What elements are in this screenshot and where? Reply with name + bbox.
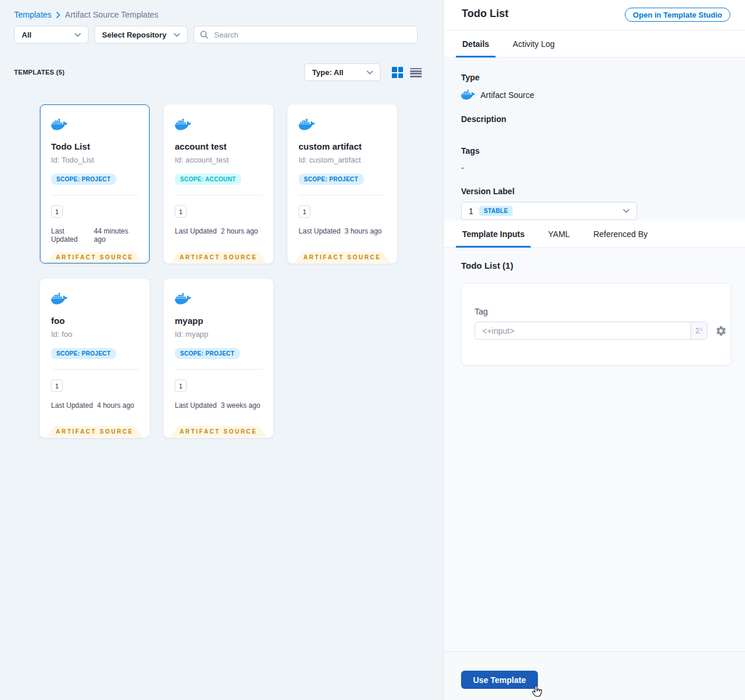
tags-value: - xyxy=(461,163,727,173)
chevron-down-icon xyxy=(74,33,81,37)
scope-filter-select[interactable]: All xyxy=(14,26,89,43)
panel-title: Todo List xyxy=(462,8,509,20)
version-label-select[interactable]: 1 STABLE xyxy=(461,202,637,220)
templates-list-panel: Templates Artifact Source Templates All … xyxy=(0,0,443,700)
search-input[interactable] xyxy=(213,30,411,40)
card-id: Id: foo xyxy=(51,330,138,339)
tab-activity-log[interactable]: Activity Log xyxy=(506,31,561,57)
last-updated: Last Updated 3 hours ago xyxy=(299,227,386,235)
card-id: Id: Todo_List xyxy=(51,155,138,164)
last-updated: Last Updated 3 weeks ago xyxy=(175,401,262,410)
type-value: Artifact Source xyxy=(480,90,534,100)
repository-filter-select[interactable]: Select Repository xyxy=(94,26,188,43)
artifact-source-ribbon: ARTIFACT SOURCE xyxy=(47,252,143,263)
version-label: Version Label xyxy=(461,187,727,196)
card-title: Todo List xyxy=(51,141,138,151)
breadcrumb-current: Artifact Source Templates xyxy=(65,10,158,19)
template-card-myapp[interactable]: myapp Id: myapp SCOPE: PROJECT 1 Last Up… xyxy=(164,279,273,438)
list-view-button[interactable] xyxy=(410,67,422,78)
open-in-template-studio-button[interactable]: Open in Template Studio xyxy=(625,8,730,22)
tag-label: Tag xyxy=(475,307,731,316)
type-filter-select[interactable]: Type: All xyxy=(304,63,381,81)
breadcrumb-templates-link[interactable]: Templates xyxy=(14,10,52,19)
scope-badge: SCOPE: PROJECT xyxy=(175,348,240,359)
card-id: Id: account_test xyxy=(175,155,262,164)
artifact-source-ribbon: ARTIFACT SOURCE xyxy=(171,426,267,437)
card-id: Id: myapp xyxy=(175,330,262,339)
template-card-custom-artifact[interactable]: custom artifact Id: custom_artifact SCOP… xyxy=(287,104,397,263)
tab-details[interactable]: Details xyxy=(456,31,496,57)
template-card-foo[interactable]: foo Id: foo SCOPE: PROJECT 1 Last Update… xyxy=(40,279,150,438)
chevron-down-icon xyxy=(623,209,629,213)
version-count-badge: 1 xyxy=(51,205,63,218)
docker-icon xyxy=(299,118,315,131)
template-card-todo-list[interactable]: Todo List Id: Todo_List SCOPE: PROJECT 1… xyxy=(40,104,150,263)
divider xyxy=(51,195,138,195)
version-count-badge: 1 xyxy=(175,380,187,392)
description-label: Description xyxy=(461,114,727,124)
panel-header: Todo List Open in Template Studio xyxy=(443,0,745,31)
template-card-account-test[interactable]: account test Id: account_test SCOPE: ACC… xyxy=(164,104,273,263)
details-section: Type Artifact Source Description Tags - … xyxy=(443,58,745,221)
divider xyxy=(175,195,262,195)
templates-count-label: TEMPLATES (5) xyxy=(14,69,65,76)
tab-template-inputs[interactable]: Template Inputs xyxy=(456,221,531,247)
docker-icon xyxy=(175,118,191,131)
divider xyxy=(175,369,262,370)
tag-input[interactable] xyxy=(475,322,690,339)
chevron-right-icon xyxy=(56,12,60,18)
use-template-button[interactable]: Use Template xyxy=(461,671,538,689)
gear-icon[interactable] xyxy=(715,325,727,337)
type-label: Type xyxy=(461,73,727,82)
search-icon xyxy=(200,31,208,39)
docker-icon xyxy=(51,292,67,305)
version-count-badge: 1 xyxy=(299,205,310,218)
inputs-heading: Todo List (1) xyxy=(461,261,731,270)
card-title: myapp xyxy=(175,316,262,326)
card-title: foo xyxy=(51,316,138,326)
scope-badge: SCOPE: PROJECT xyxy=(299,174,364,185)
tab-yaml[interactable]: YAML xyxy=(541,221,576,247)
template-inputs-section: Todo List (1) Tag Σx xyxy=(443,248,745,651)
details-tabs: Details Activity Log xyxy=(443,31,745,58)
type-value-row: Artifact Source xyxy=(461,89,727,100)
last-updated: Last Updated 4 hours ago xyxy=(51,401,138,410)
tag-row: Σx xyxy=(475,322,731,340)
version-count-badge: 1 xyxy=(175,205,187,218)
grid-view-icon xyxy=(392,67,403,78)
artifact-source-ribbon: ARTIFACT SOURCE xyxy=(47,426,143,437)
docker-icon xyxy=(461,89,475,100)
inputs-card: Tag Σx xyxy=(461,283,732,366)
tag-input-group: Σx xyxy=(475,322,707,340)
last-updated: Last Updated 44 minutes ago xyxy=(51,227,138,244)
scope-badge: SCOPE: PROJECT xyxy=(51,174,116,185)
template-details-panel: Todo List Open in Template Studio Detail… xyxy=(443,0,745,700)
search-box[interactable] xyxy=(194,26,418,43)
expression-sigma-button[interactable]: Σx xyxy=(690,322,707,339)
card-title: account test xyxy=(175,141,262,151)
sigma-icon: Σ xyxy=(695,326,700,335)
list-view-icon xyxy=(410,67,422,78)
grid-view-button[interactable] xyxy=(392,67,403,78)
inputs-tabs: Template Inputs YAML Referenced By xyxy=(443,221,745,248)
card-id: Id: custom_artifact xyxy=(299,155,386,164)
tab-referenced-by[interactable]: Referenced By xyxy=(587,221,654,247)
template-cards-grid: Todo List Id: Todo_List SCOPE: PROJECT 1… xyxy=(40,104,397,438)
docker-icon xyxy=(51,118,67,131)
divider xyxy=(299,195,386,195)
docker-icon xyxy=(175,292,191,305)
breadcrumb: Templates Artifact Source Templates xyxy=(14,10,158,19)
tags-label: Tags xyxy=(461,146,727,155)
artifact-source-ribbon: ARTIFACT SOURCE xyxy=(294,252,391,263)
scope-badge: SCOPE: ACCOUNT xyxy=(175,174,241,185)
panel-footer: Use Template xyxy=(443,651,745,700)
filters-bar: All Select Repository xyxy=(14,26,418,43)
stable-badge: STABLE xyxy=(479,206,513,216)
version-number: 1 xyxy=(469,207,473,216)
card-title: custom artifact xyxy=(299,141,386,151)
divider xyxy=(51,369,138,370)
scope-badge: SCOPE: PROJECT xyxy=(51,348,116,359)
chevron-down-icon xyxy=(174,33,180,37)
artifact-source-ribbon: ARTIFACT SOURCE xyxy=(171,252,267,263)
version-count-badge: 1 xyxy=(51,380,63,392)
